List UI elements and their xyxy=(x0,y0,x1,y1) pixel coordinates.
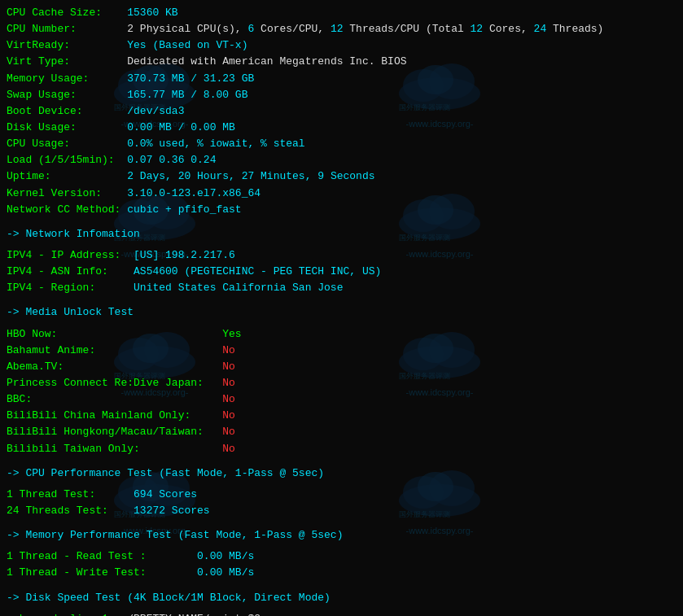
mem-read-line: 1 Thread - Read Test : 0.00 MB/s xyxy=(7,548,676,565)
uptime-line: Uptime: 2 Days, 20 Hours, 27 Minutes, 9 … xyxy=(7,168,676,185)
load-line: Load (1/5/15min): 0.07 0.36 0.24 xyxy=(7,152,676,168)
princess-connect-line: Princess Connect Re:Dive Japan: No xyxy=(7,375,676,391)
mem-write-line: 1 Thread - Write Test: 0.00 MB/s xyxy=(7,565,676,581)
bilibili-hk-line: BiliBili Hongkong/Macau/Taiwan: No xyxy=(7,424,676,440)
cpu-number-line: CPU Number: 2 Physical CPU(s), 6 Cores/C… xyxy=(7,21,676,37)
disk-usage-line: Disk Usage: 0.00 MB / 0.00 MB xyxy=(7,120,676,136)
kernel-line: Kernel Version: 3.10.0-123.el7.x86_64 xyxy=(7,186,676,202)
cpu-perf-section-header: -> CPU Performance Test (Fast Mode, 1-Pa… xyxy=(7,465,676,482)
abema-line: Abema.TV: No xyxy=(7,359,676,375)
bahamut-line: Bahamut Anime: No xyxy=(7,343,676,359)
hbo-line: HBO Now: Yes xyxy=(7,326,676,343)
cpu-usage-line: CPU Usage: 0.0% used, % iowait, % steal xyxy=(7,136,676,152)
media-section-header: -> Media Unlock Test xyxy=(7,304,676,321)
network-cc-line: Network CC Method: cubic + pfifo_fast xyxy=(7,202,676,218)
cpu-cache-line: CPU Cache Size: 15360 KB xyxy=(7,5,676,21)
awk-error1-line: awk: cmd. line:1: /PRETTY_NAME/print $3 xyxy=(7,611,676,616)
bbc-line: BBC: No xyxy=(7,391,676,408)
cpu-cache-label: CPU Cache Size: xyxy=(7,5,127,21)
ipv4-region-line: IPV4 - Region: United States California … xyxy=(7,280,676,296)
mem-perf-section-header: -> Memory Performance Test (Fast Mode, 1… xyxy=(7,527,676,544)
bilibili-tw-line: Bilibili Taiwan Only: No xyxy=(7,441,676,457)
virt-ready-line: VirtReady: Yes (Based on VT-x) xyxy=(7,37,676,54)
terminal: CPU Cache Size: 15360 KB CPU Number: 2 P… xyxy=(0,0,683,616)
cpu-1thread-line: 1 Thread Test: 694 Scores xyxy=(7,487,676,503)
boot-device-line: Boot Device: /dev/sda3 xyxy=(7,103,676,120)
swap-usage-line: Swap Usage: 165.77 MB / 8.00 GB xyxy=(7,87,676,103)
virt-type-line: Virt Type: Dedicated with American Megat… xyxy=(7,54,676,70)
network-section-header: -> Network Infomation xyxy=(7,226,676,242)
ipv4-asn-line: IPV4 - ASN Info: AS54600 (PEGTECHINC - P… xyxy=(7,264,676,280)
memory-usage-line: Memory Usage: 370.73 MB / 31.23 GB xyxy=(7,71,676,87)
disk-section-header: -> Disk Speed Test (4K Block/1M Block, D… xyxy=(7,590,676,606)
bilibili-china-line: BiliBili China Mainland Only: No xyxy=(7,408,676,424)
cpu-24thread-line: 24 Threads Test: 13272 Scores xyxy=(7,503,676,519)
cpu-number-label: CPU Number: xyxy=(7,21,127,37)
cpu-number-value: 2 Physical CPU(s), xyxy=(127,21,247,37)
ipv4-address-line: IPV4 - IP Address: [US] 198.2.217.6 xyxy=(7,247,676,264)
cpu-cache-value: 15360 KB xyxy=(127,5,177,21)
